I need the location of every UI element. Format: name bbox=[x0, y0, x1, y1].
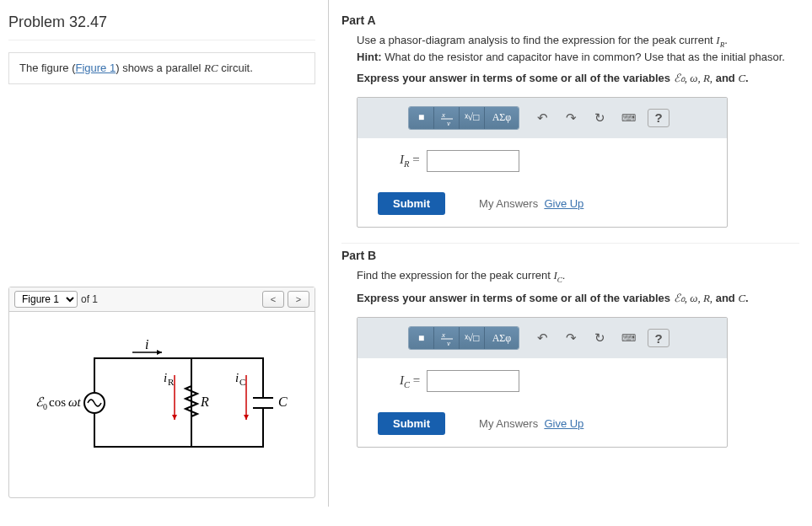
svg-text:ωt: ωt bbox=[68, 395, 82, 409]
figure-next-button[interactable]: > bbox=[288, 291, 309, 308]
svg-text:i: i bbox=[164, 371, 167, 384]
answer-row-a: IR = bbox=[358, 138, 727, 184]
problem-intro: The figure (Figure 1) shows a parallel R… bbox=[8, 52, 315, 84]
figure-link[interactable]: Figure 1 bbox=[75, 62, 116, 74]
answer-row-b: IC = bbox=[358, 358, 727, 404]
current-i-label: i bbox=[145, 337, 148, 352]
answer-input-a[interactable] bbox=[427, 150, 519, 172]
template-button[interactable]: ■ bbox=[409, 327, 434, 349]
figure-header: Figure 1 of 1 < > bbox=[9, 287, 315, 312]
answer-box-a: ■ xy ᵡ√□ ΑΣφ ↶ ↷ ↻ ⌨ ? IR = bbox=[357, 97, 728, 228]
part-a-express: Express your answer in terms of some or … bbox=[357, 72, 799, 85]
figure-prev-button[interactable]: < bbox=[262, 291, 284, 308]
svg-text:x: x bbox=[441, 330, 445, 339]
undo-icon[interactable]: ↶ bbox=[533, 109, 551, 127]
my-answers-a[interactable]: My Answers bbox=[479, 197, 538, 210]
answer-input-b[interactable] bbox=[427, 370, 519, 392]
undo-icon[interactable]: ↶ bbox=[533, 329, 551, 347]
my-answers-b[interactable]: My Answers bbox=[479, 417, 538, 430]
capacitor-label: C bbox=[278, 394, 288, 409]
svg-marker-13 bbox=[244, 415, 249, 420]
intro-end: circuit. bbox=[218, 62, 253, 74]
fraction-button[interactable]: xy bbox=[434, 327, 460, 349]
template-button[interactable]: ■ bbox=[409, 107, 434, 129]
button-row-b: Submit My Answers Give Up bbox=[358, 404, 727, 447]
figure-count: of 1 bbox=[81, 293, 98, 305]
svg-text:R: R bbox=[168, 377, 175, 387]
circuit-type: RC bbox=[204, 62, 218, 74]
part-b-instruction: Find the expression for the peak current… bbox=[357, 269, 799, 284]
root-button[interactable]: ᵡ√□ bbox=[460, 107, 485, 129]
circuit-diagram: i i R R i C C ℰ 0 cos ωt bbox=[35, 329, 288, 480]
submit-button-a[interactable]: Submit bbox=[378, 192, 445, 215]
answer-box-b: ■ xy ᵡ√□ ΑΣφ ↶ ↷ ↻ ⌨ ? IC = bbox=[357, 317, 728, 448]
button-row-a: Submit My Answers Give Up bbox=[358, 184, 727, 227]
redo-icon[interactable]: ↷ bbox=[562, 109, 580, 127]
figure-select[interactable]: Figure 1 bbox=[14, 291, 78, 308]
part-a-content: Use a phasor-diagram analysis to find th… bbox=[341, 34, 799, 228]
svg-text:C: C bbox=[239, 377, 245, 387]
intro-suffix: ) shows a parallel bbox=[116, 62, 204, 74]
keyboard-icon[interactable]: ⌨ bbox=[619, 329, 637, 347]
toolbar-b: ■ xy ᵡ√□ ΑΣφ ↶ ↷ ↻ ⌨ ? bbox=[358, 318, 727, 358]
answer-label-b: IC = bbox=[400, 373, 420, 389]
intro-text: The figure ( bbox=[19, 62, 75, 74]
part-b-label: Part B bbox=[341, 243, 799, 262]
reset-icon[interactable]: ↻ bbox=[590, 329, 609, 347]
svg-marker-11 bbox=[172, 415, 177, 420]
answer-label-a: IR = bbox=[400, 153, 420, 169]
toolbar-a: ■ xy ᵡ√□ ΑΣφ ↶ ↷ ↻ ⌨ ? bbox=[358, 98, 727, 138]
part-a-instruction: Use a phasor-diagram analysis to find th… bbox=[357, 34, 799, 49]
greek-button[interactable]: ΑΣφ bbox=[485, 327, 519, 349]
problem-title: Problem 32.47 bbox=[8, 8, 315, 40]
help-icon[interactable]: ? bbox=[648, 109, 669, 127]
part-a-hint: Hint: What do the resistor and capacitor… bbox=[357, 51, 799, 63]
svg-marker-9 bbox=[157, 350, 162, 355]
resistor-label: R bbox=[200, 394, 209, 409]
part-a-label: Part A bbox=[341, 8, 799, 27]
svg-text:i: i bbox=[235, 371, 239, 384]
svg-text:y: y bbox=[446, 119, 450, 126]
help-icon[interactable]: ? bbox=[648, 329, 669, 347]
redo-icon[interactable]: ↷ bbox=[562, 329, 580, 347]
figure-panel: Figure 1 of 1 < > bbox=[8, 287, 315, 498]
give-up-link-b[interactable]: Give Up bbox=[544, 417, 583, 430]
fraction-button[interactable]: xy bbox=[434, 107, 460, 129]
svg-text:y: y bbox=[446, 339, 450, 346]
keyboard-icon[interactable]: ⌨ bbox=[619, 109, 637, 127]
svg-text:x: x bbox=[441, 110, 445, 119]
svg-text:cos: cos bbox=[49, 395, 66, 409]
part-b-express: Express your answer in terms of some or … bbox=[357, 292, 799, 305]
give-up-link-a[interactable]: Give Up bbox=[544, 197, 583, 210]
part-b-content: Find the expression for the peak current… bbox=[341, 269, 799, 448]
svg-text:0: 0 bbox=[43, 402, 47, 411]
submit-button-b[interactable]: Submit bbox=[378, 412, 445, 435]
greek-button[interactable]: ΑΣφ bbox=[485, 107, 519, 129]
reset-icon[interactable]: ↻ bbox=[590, 109, 609, 127]
figure-body: i i R R i C C ℰ 0 cos ωt bbox=[9, 312, 315, 497]
root-button[interactable]: ᵡ√□ bbox=[460, 327, 485, 349]
